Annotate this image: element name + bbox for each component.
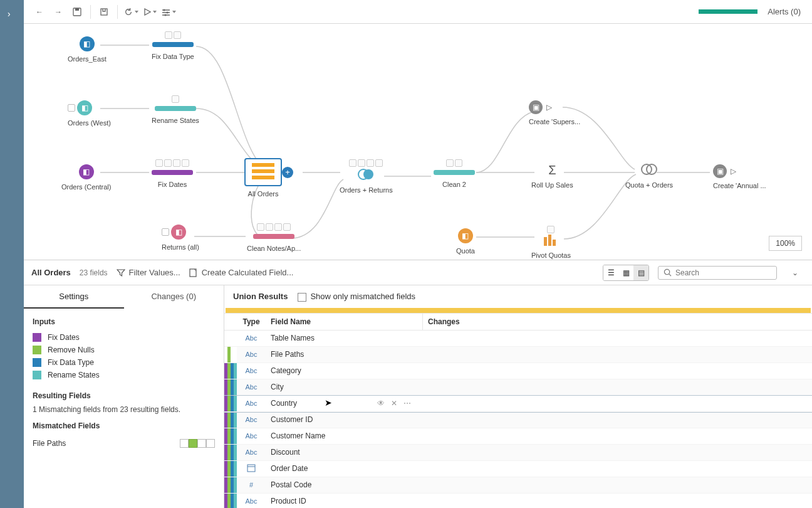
view-toggle[interactable]: ☰ ▦ ▤ (603, 265, 649, 281)
field-name-cell[interactable]: Discount (266, 448, 422, 457)
type-cell[interactable]: Abc (237, 497, 266, 505)
node-rollup[interactable]: Σ Roll Up Sales (531, 163, 573, 189)
field-name-cell[interactable]: Category (266, 366, 422, 375)
node-create-supers[interactable]: ▣▷ Create 'Supers... (529, 100, 580, 125)
pivot-icon (544, 235, 558, 246)
filter-icon (117, 268, 125, 277)
field-name-cell[interactable]: File Paths (266, 350, 422, 359)
input-item[interactable]: Remove Nulls (33, 344, 215, 356)
table-row[interactable]: Order Date (224, 461, 812, 477)
col-type[interactable]: Type (237, 314, 266, 330)
db-icon: ◧ (77, 100, 92, 115)
table-row[interactable]: AbcProduct ID (224, 494, 812, 508)
node-clean-notes[interactable]: Clean Notes/Ap... (247, 223, 301, 252)
forward-button[interactable]: → (49, 3, 67, 21)
view-list-icon[interactable]: ▦ (618, 265, 633, 280)
search-box[interactable] (658, 266, 777, 280)
table-row[interactable]: AbcCustomer ID (224, 412, 812, 428)
node-fix-dates[interactable]: Fix Dates (152, 159, 193, 188)
node-rename-states[interactable]: Rename States (152, 95, 199, 124)
node-fix-data-type[interactable]: Fix Data Type (152, 31, 194, 60)
connect-button[interactable] (95, 3, 113, 21)
source-stripes (224, 347, 237, 362)
table-row[interactable]: AbcTable Names (224, 331, 812, 347)
expand-rail-icon[interactable]: › (8, 9, 11, 19)
source-stripes (224, 379, 237, 395)
table-row[interactable]: AbcCountry👁✕⋯ (224, 396, 812, 412)
alerts-label[interactable]: Alerts (0) (768, 7, 801, 16)
type-cell[interactable]: Abc (237, 383, 266, 391)
field-name-cell[interactable]: Table Names (266, 334, 422, 342)
mismatched-item[interactable]: File Paths (33, 435, 215, 452)
show-mismatch-checkbox[interactable]: Show only mismatched fields (298, 292, 415, 302)
settings-button[interactable] (160, 3, 177, 21)
col-field-name[interactable]: Field Name (266, 314, 422, 330)
node-clean2[interactable]: Clean 2 (434, 159, 475, 188)
create-calc-button[interactable]: Create Calculated Field... (189, 268, 294, 277)
type-cell[interactable] (237, 463, 266, 474)
field-name-cell[interactable]: Customer Name (266, 431, 422, 440)
node-all-orders[interactable]: + All Orders (244, 158, 282, 198)
hide-icon[interactable]: 👁 (377, 399, 385, 408)
table-row[interactable]: AbcDiscount (224, 445, 812, 461)
table-row[interactable]: AbcFile Paths (224, 347, 812, 363)
table-row[interactable]: AbcCategory (224, 363, 812, 379)
view-profile-icon[interactable]: ☰ (603, 265, 618, 280)
input-item[interactable]: Fix Data Type (33, 356, 215, 369)
node-quota-orders[interactable]: Quota + Orders (625, 163, 673, 189)
tab-changes[interactable]: Changes (0) (124, 285, 224, 309)
type-cell[interactable]: Abc (237, 400, 266, 407)
input-item[interactable]: Rename States (33, 369, 215, 381)
run-button[interactable] (141, 3, 159, 21)
node-pivot-quotas[interactable]: Pivot Quotas (531, 226, 571, 259)
field-name-cell[interactable]: Customer ID (266, 415, 422, 424)
svg-rect-1 (75, 8, 79, 11)
remove-icon[interactable]: ✕ (391, 399, 397, 408)
input-label: Fix Dates (48, 333, 80, 342)
more-icon[interactable]: ⋯ (403, 399, 411, 408)
node-orders-central[interactable]: ◧ Orders (Central) (61, 164, 111, 191)
svg-point-25 (664, 269, 669, 274)
field-name-cell[interactable]: City (266, 383, 422, 391)
color-swatch (33, 358, 41, 367)
type-cell[interactable]: Abc (237, 351, 266, 358)
filter-values-button[interactable]: Filter Values... (117, 268, 180, 277)
input-item[interactable]: Fix Dates (33, 331, 215, 344)
type-cell[interactable]: Abc (237, 367, 266, 374)
field-name-cell[interactable]: Postal Code (266, 480, 422, 489)
field-name-cell[interactable]: Order Date (266, 464, 422, 473)
type-cell[interactable]: Abc (237, 448, 266, 456)
db-icon: ◧ (79, 164, 94, 179)
col-changes[interactable]: Changes (422, 314, 812, 330)
node-quota[interactable]: ◧ Quota (456, 228, 475, 255)
type-cell[interactable]: Abc (237, 416, 266, 423)
node-returns-all[interactable]: ◧ Returns (all) (162, 225, 199, 251)
type-cell[interactable]: # (237, 481, 266, 489)
svg-point-5 (164, 14, 166, 16)
save-button[interactable] (68, 3, 86, 21)
view-grid-icon[interactable]: ▤ (633, 265, 648, 280)
tab-settings[interactable]: Settings (24, 285, 124, 309)
zoom-label[interactable]: 100% (769, 236, 802, 251)
node-orders-west[interactable]: ◧ Orders (West) (68, 100, 111, 127)
table-row[interactable]: AbcCity (224, 379, 812, 396)
play-icon: ▷ (546, 103, 552, 112)
field-name-cell[interactable]: Product ID (266, 497, 422, 505)
flow-canvas[interactable]: ◧ Orders_East Fix Data Type ◧ Orders (We… (24, 24, 812, 260)
type-cell[interactable]: Abc (237, 334, 266, 342)
add-step-button[interactable]: + (282, 167, 293, 178)
table-row[interactable]: AbcCustomer Name (224, 428, 812, 445)
field-name-cell[interactable]: Country👁✕⋯ (266, 399, 422, 408)
results-grid: Union Results Show only mismatched field… (224, 285, 812, 508)
node-orders-returns[interactable]: Orders + Returns (340, 159, 393, 194)
node-orders-east[interactable]: ◧ Orders_East (68, 36, 107, 63)
table-row[interactable]: #Postal Code (224, 477, 812, 494)
search-input[interactable] (675, 268, 771, 277)
node-create-annual[interactable]: ▣▷ Create 'Annual ... (713, 164, 766, 189)
collapse-button[interactable]: ⌄ (786, 268, 804, 277)
refresh-button[interactable] (122, 3, 140, 21)
source-stripes (224, 461, 237, 477)
back-button[interactable]: ← (31, 3, 48, 21)
type-cell[interactable]: Abc (237, 432, 266, 440)
svg-rect-22 (548, 235, 551, 246)
